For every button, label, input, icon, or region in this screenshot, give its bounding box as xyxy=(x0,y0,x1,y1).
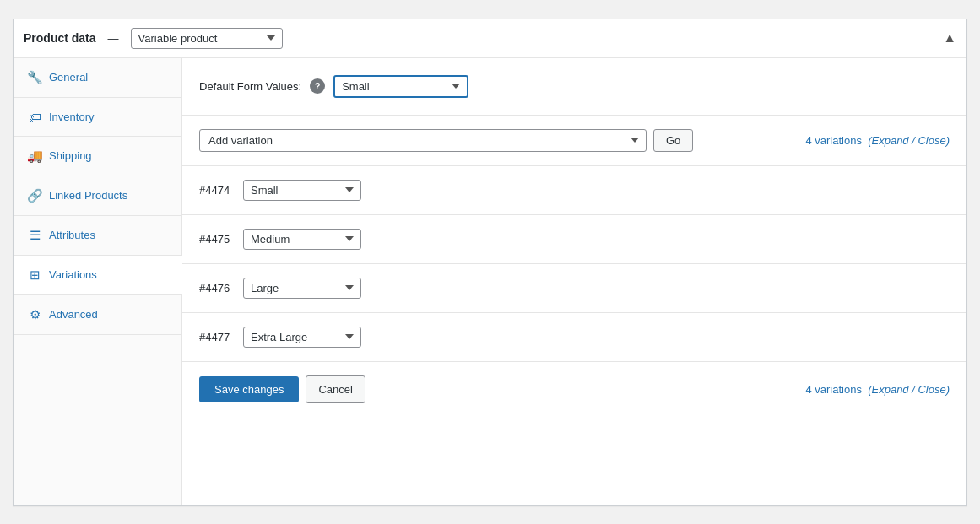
variation-select-4475[interactable]: Small Medium Large Extra Large xyxy=(243,229,361,250)
table-icon: ☰ xyxy=(27,228,42,243)
sidebar-item-label-inventory: Inventory xyxy=(49,111,94,123)
add-variation-row: Add variation Create variations from all… xyxy=(182,116,966,166)
sidebar-item-label-linked: Linked Products xyxy=(49,189,127,202)
sidebar-item-label-advanced: Advanced xyxy=(49,308,98,321)
go-button[interactable]: Go xyxy=(653,129,693,152)
cancel-button[interactable]: Cancel xyxy=(306,375,365,403)
product-data-box: Product data — Variable product Simple p… xyxy=(13,19,967,506)
default-form-row: Default Form Values: ? Small Medium Larg… xyxy=(182,58,966,116)
expand-close-bottom[interactable]: (Expand / Close) xyxy=(868,383,950,396)
variation-row-4477: #4477 Small Medium Large Extra Large xyxy=(182,313,966,362)
variation-id-4474: #4474 xyxy=(199,184,233,197)
link-icon: 🔗 xyxy=(27,188,42,203)
product-data-title: Product data xyxy=(24,31,96,45)
sidebar-item-variations[interactable]: ⊞ Variations xyxy=(14,256,181,295)
sidebar-item-shipping[interactable]: 🚚 Shipping xyxy=(14,137,181,176)
variation-id-4477: #4477 xyxy=(199,331,233,343)
header-dash: — xyxy=(108,32,119,45)
gear-icon: ⚙ xyxy=(27,307,42,322)
sidebar-item-advanced[interactable]: ⚙ Advanced xyxy=(14,295,181,335)
variation-id-4476: #4476 xyxy=(199,282,233,294)
default-form-label: Default Form Values: xyxy=(199,80,301,93)
save-button[interactable]: Save changes xyxy=(199,376,299,402)
sidebar-item-general[interactable]: 🔧 General xyxy=(14,58,181,98)
variation-select-4477[interactable]: Small Medium Large Extra Large xyxy=(243,327,361,348)
product-data-body: 🔧 General 🏷 Inventory 🚚 Shipping 🔗 Linke… xyxy=(14,58,966,505)
product-type-select[interactable]: Variable product Simple product Grouped … xyxy=(131,28,283,49)
sidebar-item-label-attributes: Attributes xyxy=(49,229,95,241)
help-icon[interactable]: ? xyxy=(310,78,325,94)
variation-row-4474: #4474 Small Medium Large Extra Large xyxy=(182,166,966,215)
tag-icon: 🏷 xyxy=(27,110,42,124)
footer-variations-count-text: 4 variations xyxy=(805,383,861,396)
sidebar-item-linked-products[interactable]: 🔗 Linked Products xyxy=(14,176,181,216)
variation-id-4475: #4475 xyxy=(199,233,233,246)
main-content: Default Form Values: ? Small Medium Larg… xyxy=(182,58,966,505)
grid-icon: ⊞ xyxy=(27,267,42,283)
variation-row-4476: #4476 Small Medium Large Extra Large xyxy=(182,264,966,313)
header-left: Product data — Variable product Simple p… xyxy=(24,28,283,49)
sidebar-item-attributes[interactable]: ☰ Attributes xyxy=(14,216,181,256)
sidebar-item-inventory[interactable]: 🏷 Inventory xyxy=(14,98,181,137)
footer-row: Save changes Cancel 4 variations (Expand… xyxy=(182,362,966,417)
default-form-select[interactable]: Small Medium Large Extra Large xyxy=(333,75,468,98)
truck-icon: 🚚 xyxy=(27,149,42,164)
variations-count-top: 4 variations (Expand / Close) xyxy=(805,134,950,147)
sidebar-item-label-shipping: Shipping xyxy=(49,149,92,162)
add-variation-select[interactable]: Add variation Create variations from all… xyxy=(199,129,647,152)
sidebar-item-label-general: General xyxy=(49,71,88,84)
variation-select-4476[interactable]: Small Medium Large Extra Large xyxy=(243,278,361,299)
variation-row-4475: #4475 Small Medium Large Extra Large xyxy=(182,215,966,264)
variations-count-top-text: 4 variations xyxy=(805,134,861,147)
collapse-icon[interactable]: ▲ xyxy=(943,30,956,46)
wrench-icon: 🔧 xyxy=(27,70,42,85)
sidebar: 🔧 General 🏷 Inventory 🚚 Shipping 🔗 Linke… xyxy=(14,58,182,505)
sidebar-item-label-variations: Variations xyxy=(49,268,97,281)
footer-variations-count: 4 variations (Expand / Close) xyxy=(805,383,950,396)
product-data-header: Product data — Variable product Simple p… xyxy=(14,19,966,58)
expand-close-top[interactable]: (Expand / Close) xyxy=(868,134,950,147)
variation-select-4474[interactable]: Small Medium Large Extra Large xyxy=(243,180,361,201)
